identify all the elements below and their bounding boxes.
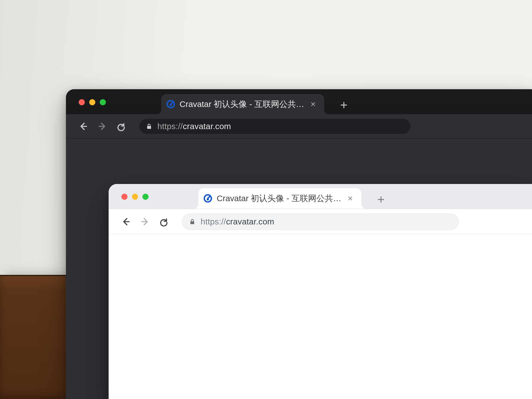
svg-rect-2 [147,126,151,129]
reload-button-light[interactable] [159,217,168,226]
toolbar-dark: https://cravatar.com [66,114,532,139]
tabstrip-dark: Cravatar 初认头像 - 互联网公共… [161,89,348,114]
tab-title-light: Cravatar 初认头像 - 互联网公共… [217,193,341,204]
address-bar-dark[interactable]: https://cravatar.com [139,119,411,134]
cravatar-favicon-icon [203,194,212,203]
lock-icon [146,123,152,130]
forward-button-dark[interactable] [98,122,107,131]
new-tab-button-light[interactable] [377,195,385,204]
tab-close-button-dark[interactable] [309,100,318,108]
svg-point-1 [170,104,172,106]
back-button-dark[interactable] [79,122,88,131]
browser-window-light: Cravatar 初认头像 - 互联网公共… [109,184,532,399]
window-controls-light [121,194,149,200]
url-text-dark: https://cravatar.com [157,122,231,131]
lock-icon [189,218,196,225]
url-scheme: https:// [157,122,183,131]
forward-button-light[interactable] [140,217,150,226]
new-tab-button-dark[interactable] [340,101,348,109]
reload-button-dark[interactable] [116,122,126,131]
toolbar-light: https://cravatar.com [109,209,532,234]
url-host: cravatar.com [226,217,274,226]
page-viewport-light [109,234,532,399]
window-controls-dark [79,99,106,105]
titlebar-dark: Cravatar 初认头像 - 互联网公共… [66,89,532,114]
back-button-light[interactable] [121,217,131,226]
browser-tab-active-light[interactable]: Cravatar 初认头像 - 互联网公共… [198,188,361,209]
tab-title-dark: Cravatar 初认头像 - 互联网公共… [180,99,304,110]
svg-rect-5 [190,221,194,224]
url-text-light: https://cravatar.com [201,217,274,226]
wooden-shelf [0,275,72,399]
browser-tab-active-dark[interactable]: Cravatar 初认头像 - 互联网公共… [161,94,324,114]
scene-root: Cravatar 初认头像 - 互联网公共… [0,0,532,399]
window-minimize-button[interactable] [132,194,138,200]
url-scheme: https:// [201,217,226,226]
address-bar-light[interactable]: https://cravatar.com [182,213,459,230]
window-close-button[interactable] [79,99,85,105]
window-minimize-button[interactable] [89,99,95,105]
svg-point-4 [207,198,209,200]
cravatar-favicon-icon [166,100,175,109]
window-close-button[interactable] [121,194,127,200]
tab-close-button-light[interactable] [346,195,355,202]
window-maximize-button[interactable] [100,99,106,105]
url-host: cravatar.com [183,122,231,131]
window-maximize-button[interactable] [142,194,149,200]
tabstrip-light: Cravatar 初认头像 - 互联网公共… [198,184,385,209]
titlebar-light: Cravatar 初认头像 - 互联网公共… [109,184,532,209]
